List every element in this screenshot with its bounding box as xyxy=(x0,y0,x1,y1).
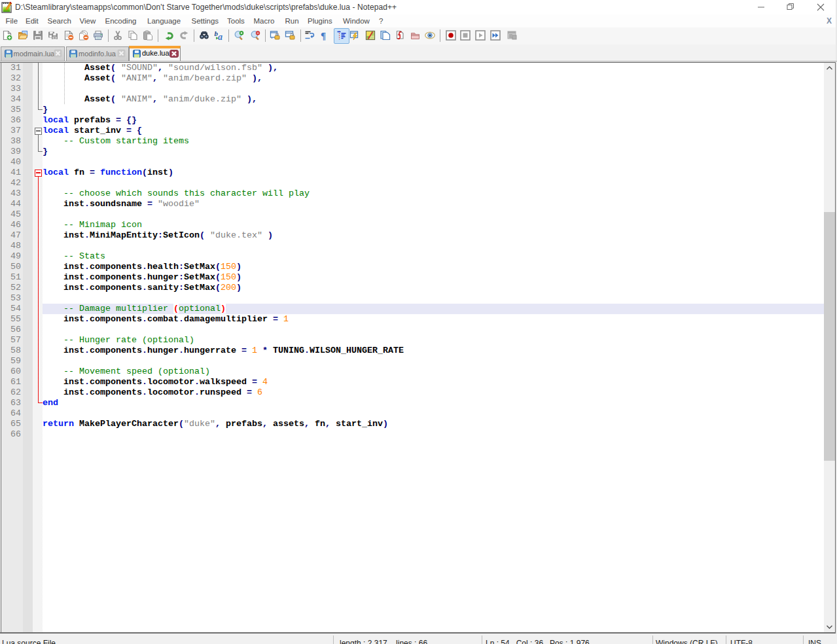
svg-text:a: a xyxy=(218,32,223,41)
svg-text:¶: ¶ xyxy=(321,31,326,41)
